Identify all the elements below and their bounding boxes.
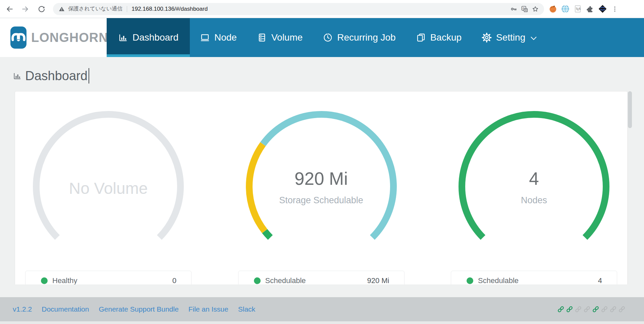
generate-support-bundle-link[interactable]: Generate Support Bundle (99, 305, 178, 313)
extension-globe-button[interactable] (560, 4, 570, 14)
nav-label: Dashboard (132, 32, 178, 43)
translate-icon: G (521, 5, 528, 13)
chain-link-icon[interactable] (566, 306, 573, 313)
gauge-center-label: No Volume (31, 179, 185, 198)
nav-label: Recurring Job (337, 32, 395, 43)
chain-link-icon[interactable] (609, 306, 617, 313)
extensions-puzzle-button[interactable] (585, 4, 595, 14)
nav-label: Backup (430, 32, 462, 43)
legend-dot (41, 277, 48, 284)
globe-extension-icon (561, 5, 570, 13)
slack-link[interactable]: Slack (238, 305, 255, 313)
backup-copy-icon (416, 33, 426, 43)
longhorn-logo-mark (10, 26, 26, 49)
chain-link-icon[interactable] (583, 306, 591, 313)
browser-back-button[interactable] (3, 2, 16, 16)
extensions-area: TEX (548, 4, 620, 14)
reload-icon (38, 5, 46, 13)
bookmark-star-button[interactable] (530, 4, 541, 14)
nav-tab-backup[interactable]: Backup (406, 18, 472, 57)
legend-value: 920 Mi (367, 276, 389, 284)
gauge-sub-label: Nodes (457, 195, 611, 206)
forward-arrow-icon (21, 5, 30, 13)
security-status-label[interactable]: 保護されていない通信 (68, 5, 122, 12)
gauge-center-label: 920 Mi (244, 168, 398, 189)
legend-dot (467, 277, 473, 284)
orange-extension-icon (549, 5, 557, 13)
setting-gear-icon (482, 33, 492, 43)
app-header: LONGHORN Dashboard Node Volu (0, 18, 644, 57)
brand-name: LONGHORN (31, 31, 108, 45)
legend-row: Schedulable 4 (451, 271, 617, 284)
event-link-icons (557, 306, 626, 313)
node-legend-box: Schedulable 4 (451, 271, 617, 284)
longhorn-logo[interactable]: LONGHORN (0, 18, 107, 57)
browser-forward-button[interactable] (19, 2, 32, 16)
footer-links: v1.2.2 Documentation Generate Support Bu… (13, 305, 255, 313)
legend-dot (254, 277, 261, 284)
documentation-link[interactable]: Documentation (42, 305, 89, 313)
chevron-down-icon (530, 36, 537, 41)
legend-label: Schedulable (478, 276, 598, 284)
main-navigation: Dashboard Node Volume Recurring Job (107, 18, 547, 57)
scrollbar-thumb[interactable] (628, 91, 632, 128)
back-arrow-icon (5, 5, 14, 13)
node-gauge-panel: 4 Nodes Schedulable 4 (451, 107, 617, 284)
browser-toolbar: 保護されていない通信 192.168.100.136/#/dashboard G (0, 0, 644, 18)
gauge-center-label: 4 (457, 168, 611, 189)
storage-legend-box: Schedulable 920 Mi (238, 271, 405, 284)
extension-orange-button[interactable] (548, 4, 557, 14)
password-key-button[interactable] (508, 4, 519, 14)
warning-triangle-icon (58, 6, 65, 12)
footer-bottom-strip (0, 321, 644, 324)
omnibox-separator (127, 6, 127, 12)
gauge-segment-used (265, 231, 270, 237)
chain-link-icon[interactable] (601, 306, 608, 313)
extension-tex-button[interactable]: TEX (573, 4, 582, 14)
recurring-clock-icon (323, 33, 333, 43)
page-title-row: Dashboard (13, 67, 644, 85)
legend-row: Healthy 0 (25, 271, 191, 284)
text-caret (89, 68, 89, 84)
volume-server-icon (257, 33, 267, 43)
legend-value: 0 (172, 276, 176, 284)
version-link[interactable]: v1.2.2 (13, 305, 32, 313)
key-icon (510, 5, 518, 13)
legend-label: Healthy (52, 276, 172, 284)
gauge-segment-no-volume-track (36, 114, 180, 237)
extension-diamond-button[interactable] (598, 4, 607, 14)
bull-horns-icon (10, 30, 26, 46)
address-bar[interactable]: 保護されていない通信 192.168.100.136/#/dashboard G (53, 3, 544, 15)
nav-tab-volume[interactable]: Volume (247, 18, 313, 57)
url-text[interactable]: 192.168.100.136/#/dashboard (131, 6, 508, 12)
nav-label: Setting (496, 32, 525, 43)
tex-document-icon: TEX (574, 5, 582, 13)
volume-gauge: No Volume (31, 107, 185, 251)
storage-gauge: 920 Mi Storage Schedulable (244, 107, 398, 251)
chain-link-icon[interactable] (575, 306, 582, 313)
browser-reload-button[interactable] (35, 2, 48, 16)
translate-button[interactable]: G (519, 4, 530, 14)
bar-chart-icon (13, 71, 22, 80)
nav-tab-recurring-job[interactable]: Recurring Job (313, 18, 406, 57)
chain-link-icon[interactable] (557, 306, 565, 313)
app-footer: v1.2.2 Documentation Generate Support Bu… (0, 297, 644, 321)
browser-menu-button[interactable] (610, 4, 620, 14)
dashboard-card: No Volume Healthy 0 920 Mi Storage Sched… (15, 91, 628, 284)
legend-row: Schedulable 920 Mi (238, 271, 404, 284)
file-an-issue-link[interactable]: File an Issue (189, 305, 228, 313)
main-content: Dashboard No Volume Healthy 0 920 Mi (0, 57, 644, 284)
node-monitor-icon (200, 33, 210, 43)
storage-gauge-panel: 920 Mi Storage Schedulable Schedulable 9… (238, 107, 405, 284)
nav-tab-dashboard[interactable]: Dashboard (107, 18, 190, 57)
page-title: Dashboard (25, 69, 88, 83)
node-gauge: 4 Nodes (457, 107, 611, 251)
nav-label: Volume (271, 32, 303, 43)
nav-tab-setting[interactable]: Setting (472, 18, 547, 57)
puzzle-piece-icon (586, 5, 594, 13)
nav-tab-node[interactable]: Node (190, 18, 247, 57)
chain-link-icon[interactable] (592, 306, 599, 313)
bar-chart-icon (118, 33, 128, 43)
star-icon (532, 5, 539, 13)
chain-link-icon[interactable] (618, 306, 626, 313)
